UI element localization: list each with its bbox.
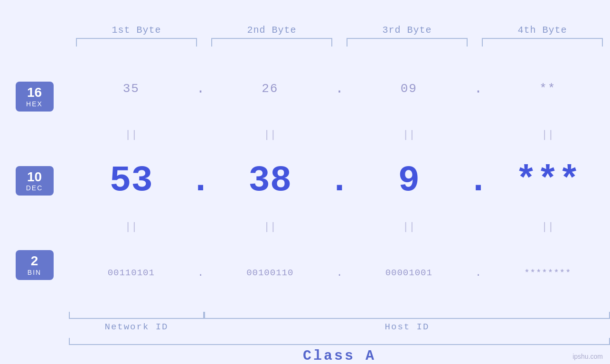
eq-2: || xyxy=(264,129,276,141)
eq-1: || xyxy=(125,129,137,141)
hex-val-4: ** xyxy=(539,82,556,96)
eq-5: || xyxy=(125,221,137,233)
hex-val-2: 26 xyxy=(262,82,278,96)
bin-badge-label: BIN xyxy=(21,269,48,276)
host-bracket xyxy=(204,312,610,319)
eq-4: || xyxy=(542,129,554,141)
dot-hex-3: . xyxy=(474,81,482,97)
dec-row: 53 . 38 . 9 . *** xyxy=(69,142,610,220)
eq-7: || xyxy=(403,221,415,233)
network-host-brackets xyxy=(69,312,610,319)
eq-3: || xyxy=(403,129,415,141)
dec-badge-label: DEC xyxy=(21,184,48,192)
hex-val-1: 35 xyxy=(123,82,140,96)
bracket-3 xyxy=(347,38,468,47)
top-brackets-row xyxy=(0,38,610,50)
watermark: ipshu.com xyxy=(572,353,603,360)
hex-badge-label: HEX xyxy=(21,100,48,108)
dot-hex-2: . xyxy=(335,81,344,97)
main-layout: 1st Byte 2nd Byte 3rd Byte 4th Byte 16 H… xyxy=(0,0,610,364)
hex-row: 35 . 26 . 09 . ** xyxy=(69,50,610,128)
dec-val-4: *** xyxy=(515,160,580,201)
bin-val-2: 00100110 xyxy=(246,268,293,278)
bin-badge: 2 BIN xyxy=(16,250,54,280)
bottom-area: Network ID Host ID Class A xyxy=(0,312,610,364)
dec-badge-num: 10 xyxy=(21,170,48,185)
content-area: 16 HEX 10 DEC 2 BIN 35 . 26 . 09 . ** xyxy=(0,50,610,312)
hex-badge: 16 HEX xyxy=(16,82,54,112)
byte-header-4: 4th Byte xyxy=(475,25,610,36)
bin-badge-num: 2 xyxy=(21,254,48,269)
base-badges: 16 HEX 10 DEC 2 BIN xyxy=(0,50,69,312)
eq-6: || xyxy=(264,221,276,233)
equals-row-1: || || || || xyxy=(69,128,610,142)
eq-8: || xyxy=(542,221,554,233)
byte-header-2: 2nd Byte xyxy=(204,25,339,36)
equals-row-2: || || || || xyxy=(69,220,610,234)
dec-badge: 10 DEC xyxy=(16,166,54,196)
dot-hex-1: . xyxy=(196,81,205,97)
network-bracket xyxy=(69,312,204,319)
dec-val-3: 9 xyxy=(398,160,420,201)
right-data: 35 . 26 . 09 . ** || || || || 53 xyxy=(69,50,610,312)
host-id-label: Host ID xyxy=(204,322,610,332)
class-bracket xyxy=(69,338,610,345)
network-host-labels: Network ID Host ID xyxy=(69,322,610,332)
byte-header-1: 1st Byte xyxy=(69,25,204,36)
dec-val-2: 38 xyxy=(248,160,291,201)
bracket-2 xyxy=(211,38,332,47)
bin-row: 00110101 . 00100110 . 00001001 . *******… xyxy=(69,234,610,312)
bracket-4 xyxy=(482,38,603,47)
bin-val-1: 00110101 xyxy=(108,268,155,278)
byte-header-3: 3rd Byte xyxy=(339,25,475,36)
class-section: Class A xyxy=(69,338,610,364)
byte-headers-row: 1st Byte 2nd Byte 3rd Byte 4th Byte xyxy=(0,0,610,38)
dot-bin-2: . xyxy=(336,267,342,279)
hex-val-3: 09 xyxy=(401,82,417,96)
bin-val-3: 00001001 xyxy=(385,268,432,278)
dot-bin-1: . xyxy=(197,267,204,279)
dot-bin-3: . xyxy=(475,267,481,279)
bin-val-4: ******** xyxy=(524,268,571,278)
dec-val-1: 53 xyxy=(110,160,153,201)
hex-badge-num: 16 xyxy=(21,85,48,100)
bracket-1 xyxy=(76,38,197,47)
network-id-label: Network ID xyxy=(69,322,204,332)
class-label: Class A xyxy=(69,348,610,364)
